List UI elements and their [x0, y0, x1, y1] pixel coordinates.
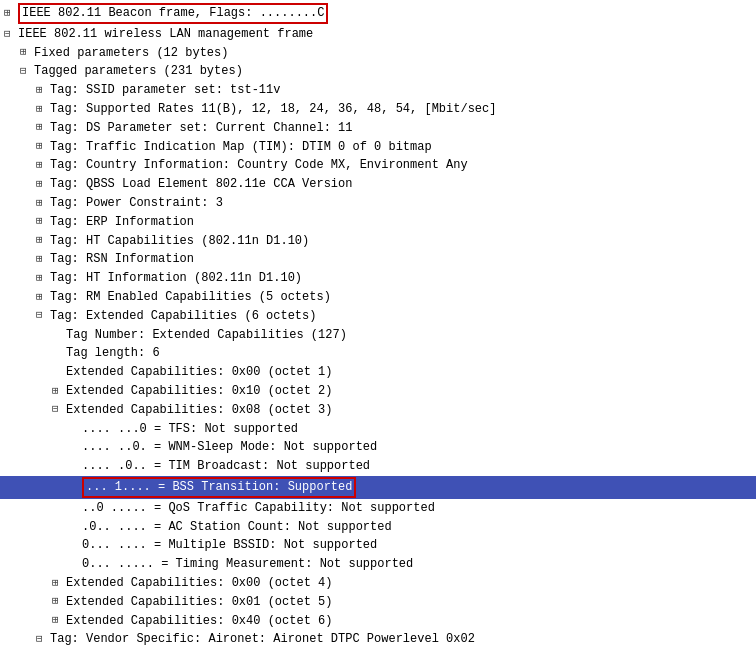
tree-expander[interactable]: ⊞	[36, 290, 50, 305]
tree-line[interactable]: ⊞Extended Capabilities: 0x10 (octet 2)	[0, 382, 756, 401]
tree-line[interactable]: Tag Number: Extended Capabilities (127)	[0, 326, 756, 345]
tree-line[interactable]: ⊞Tag: RSN Information	[0, 250, 756, 269]
tree-line[interactable]: .... .0.. = TIM Broadcast: Not supported	[0, 457, 756, 476]
tree-line[interactable]: .0.. .... = AC Station Count: Not suppor…	[0, 518, 756, 537]
tree-line-text: Tag: SSID parameter set: tst-11v	[50, 82, 280, 99]
tree-line[interactable]: ⊞Tag: Traffic Indication Map (TIM): DTIM…	[0, 138, 756, 157]
tree-expander[interactable]: ⊟	[36, 308, 50, 323]
tree-expander[interactable]: ⊟	[20, 64, 34, 79]
tree-line[interactable]: ⊞Tag: QBSS Load Element 802.11e CCA Vers…	[0, 175, 756, 194]
tree-line[interactable]: ⊞Tag: HT Information (802.11n D1.10)	[0, 269, 756, 288]
tree-line[interactable]: ⊞Tag: SSID parameter set: tst-11v	[0, 81, 756, 100]
tree-line-text: ... 1.... = BSS Transition: Supported	[82, 477, 356, 498]
tree-line-text: Tag: HT Information (802.11n D1.10)	[50, 270, 302, 287]
tree-line-text: Extended Capabilities: 0x00 (octet 1)	[66, 364, 332, 381]
tree-line[interactable]: Tag length: 6	[0, 344, 756, 363]
tree-line-text: Tag: Vendor Specific: Aironet: Aironet D…	[50, 631, 475, 646]
tree-line-text: .... .0.. = TIM Broadcast: Not supported	[82, 458, 370, 475]
tree-line-text: Tag: HT Capabilities (802.11n D1.10)	[50, 233, 309, 250]
tree-line[interactable]: ⊟Tag: Extended Capabilities (6 octets)	[0, 307, 756, 326]
tree-expander[interactable]: ⊞	[20, 45, 34, 60]
tree-line-text: Tagged parameters (231 bytes)	[34, 63, 243, 80]
tree-line-text: .... ...0 = TFS: Not supported	[82, 421, 298, 438]
tree-line-text: ..0 ..... = QoS Traffic Capability: Not …	[82, 500, 435, 517]
tree-expander[interactable]: ⊞	[36, 233, 50, 248]
tree-line[interactable]: ⊞Tag: Country Information: Country Code …	[0, 156, 756, 175]
tree-line-text: Tag: Supported Rates 11(B), 12, 18, 24, …	[50, 101, 496, 118]
tree-line-text: .... ..0. = WNM-Sleep Mode: Not supporte…	[82, 439, 377, 456]
tree-expander[interactable]: ⊞	[36, 139, 50, 154]
tree-line[interactable]: ... 1.... = BSS Transition: Supported	[0, 476, 756, 499]
tree-line-text: Extended Capabilities: 0x00 (octet 4)	[66, 575, 332, 592]
tree-line[interactable]: .... ...0 = TFS: Not supported	[0, 420, 756, 439]
tree-line[interactable]: ⊞Extended Capabilities: 0x01 (octet 5)	[0, 593, 756, 612]
tree-line-text: Tag Number: Extended Capabilities (127)	[66, 327, 347, 344]
tree-line[interactable]: 0... .... = Multiple BSSID: Not supporte…	[0, 536, 756, 555]
tree-line-text: Tag: Power Constraint: 3	[50, 195, 223, 212]
tree-expander[interactable]: ⊞	[36, 83, 50, 98]
tree-expander[interactable]: ⊞	[36, 252, 50, 267]
tree-expander[interactable]: ⊞	[4, 6, 18, 21]
tree-line-text: Tag: QBSS Load Element 802.11e CCA Versi…	[50, 176, 352, 193]
tree-line-text: Tag length: 6	[66, 345, 160, 362]
tree-line-text: Tag: Country Information: Country Code M…	[50, 157, 468, 174]
tree-line[interactable]: ⊟Extended Capabilities: 0x08 (octet 3)	[0, 401, 756, 420]
tree-line-text: Tag: Extended Capabilities (6 octets)	[50, 308, 316, 325]
tree-expander[interactable]: ⊟	[52, 402, 66, 417]
tree-expander[interactable]: ⊞	[36, 196, 50, 211]
tree-line[interactable]: ⊞Tag: RM Enabled Capabilities (5 octets)	[0, 288, 756, 307]
tree-expander[interactable]: ⊟	[4, 27, 18, 42]
tree-line-text: .0.. .... = AC Station Count: Not suppor…	[82, 519, 392, 536]
tree-line-text: Tag: DS Parameter set: Current Channel: …	[50, 120, 352, 137]
tree-expander[interactable]: ⊞	[36, 271, 50, 286]
tree-line[interactable]: ⊞Fixed parameters (12 bytes)	[0, 44, 756, 63]
tree-line[interactable]: ⊟Tagged parameters (231 bytes)	[0, 62, 756, 81]
tree-line[interactable]: ⊞Extended Capabilities: 0x00 (octet 4)	[0, 574, 756, 593]
tree-line-text: Tag: RSN Information	[50, 251, 194, 268]
tree-line[interactable]: 0... ..... = Timing Measurement: Not sup…	[0, 555, 756, 574]
tree-line-text: Tag: Traffic Indication Map (TIM): DTIM …	[50, 139, 432, 156]
tree-container: ⊞IEEE 802.11 Beacon frame, Flags: ......…	[0, 0, 756, 646]
tree-expander[interactable]: ⊞	[52, 384, 66, 399]
tree-line[interactable]: ⊞IEEE 802.11 Beacon frame, Flags: ......…	[0, 2, 756, 25]
tree-expander[interactable]: ⊞	[52, 594, 66, 609]
tree-expander[interactable]: ⊟	[36, 632, 50, 646]
tree-line[interactable]: ⊞Tag: ERP Information	[0, 213, 756, 232]
tree-expander[interactable]: ⊞	[36, 177, 50, 192]
tree-line-text: 0... ..... = Timing Measurement: Not sup…	[82, 556, 413, 573]
tree-expander[interactable]: ⊞	[36, 158, 50, 173]
tree-line-text: Tag: ERP Information	[50, 214, 194, 231]
tree-line[interactable]: ⊞Extended Capabilities: 0x40 (octet 6)	[0, 612, 756, 631]
tree-line-text: Extended Capabilities: 0x08 (octet 3)	[66, 402, 332, 419]
tree-expander[interactable]: ⊞	[36, 120, 50, 135]
tree-line-text: Extended Capabilities: 0x40 (octet 6)	[66, 613, 332, 630]
tree-line[interactable]: ⊟IEEE 802.11 wireless LAN management fra…	[0, 25, 756, 44]
tree-expander[interactable]: ⊞	[36, 214, 50, 229]
tree-expander[interactable]: ⊞	[52, 613, 66, 628]
tree-line-text: Tag: RM Enabled Capabilities (5 octets)	[50, 289, 331, 306]
tree-line-text: Extended Capabilities: 0x10 (octet 2)	[66, 383, 332, 400]
tree-line[interactable]: ⊞Tag: HT Capabilities (802.11n D1.10)	[0, 232, 756, 251]
tree-line[interactable]: .... ..0. = WNM-Sleep Mode: Not supporte…	[0, 438, 756, 457]
tree-line[interactable]: ..0 ..... = QoS Traffic Capability: Not …	[0, 499, 756, 518]
tree-line-text: IEEE 802.11 wireless LAN management fram…	[18, 26, 313, 43]
tree-expander[interactable]: ⊞	[36, 102, 50, 117]
tree-line-text: Fixed parameters (12 bytes)	[34, 45, 228, 62]
tree-line-text: IEEE 802.11 Beacon frame, Flags: .......…	[18, 3, 328, 24]
tree-line-text: Extended Capabilities: 0x01 (octet 5)	[66, 594, 332, 611]
tree-line[interactable]: ⊞Tag: Power Constraint: 3	[0, 194, 756, 213]
tree-expander[interactable]: ⊞	[52, 576, 66, 591]
tree-line[interactable]: ⊞Tag: Supported Rates 11(B), 12, 18, 24,…	[0, 100, 756, 119]
tree-line[interactable]: ⊞Tag: DS Parameter set: Current Channel:…	[0, 119, 756, 138]
tree-line[interactable]: ⊟Tag: Vendor Specific: Aironet: Aironet …	[0, 630, 756, 646]
tree-line[interactable]: Extended Capabilities: 0x00 (octet 1)	[0, 363, 756, 382]
tree-line-text: 0... .... = Multiple BSSID: Not supporte…	[82, 537, 377, 554]
